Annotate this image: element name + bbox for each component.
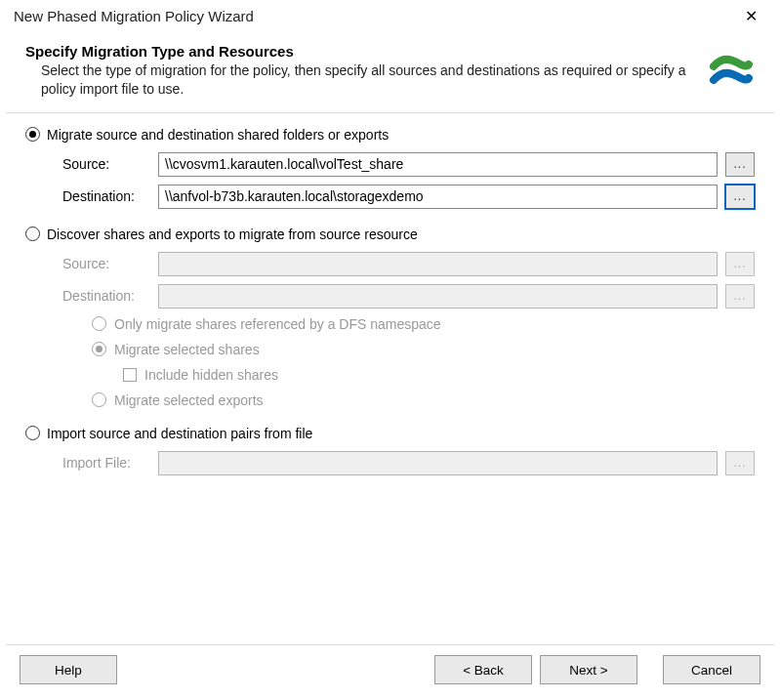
page-title: Specify Migration Type and Resources [25,43,698,60]
radio-import-pairs-label: Import source and destination pairs from… [47,426,312,441]
radio-import-pairs[interactable] [25,426,40,440]
migrate-source-label: Source: [62,156,150,172]
import-file-browse-button: ... [725,451,755,475]
radio-discover-shares-label: Discover shares and exports to migrate f… [47,226,418,242]
brand-logo [708,49,755,96]
checkbox-include-hidden-shares-label: Include hidden shares [144,367,278,383]
radio-migrate-folders[interactable] [25,127,40,142]
radio-migrate-selected-exports-label: Migrate selected exports [114,392,264,408]
migrate-destination-browse-button[interactable]: ... [725,185,755,209]
radio-discover-shares[interactable] [25,226,40,241]
migrate-destination-input[interactable] [158,185,718,209]
import-file-input [158,451,718,475]
radio-dfs-namespace [92,316,106,331]
next-button[interactable]: Next > [540,655,637,684]
page-subtitle: Select the type of migration for the pol… [25,62,698,99]
discover-destination-label: Destination: [62,288,150,304]
window-title: New Phased Migration Policy Wizard [14,8,254,24]
radio-migrate-selected-shares [92,342,106,356]
radio-migrate-folders-label: Migrate source and destination shared fo… [47,127,389,143]
import-file-label: Import File: [62,455,150,471]
radio-migrate-selected-shares-label: Migrate selected shares [114,342,260,357]
discover-source-label: Source: [62,256,150,271]
back-button[interactable]: < Back [434,655,532,684]
migrate-destination-label: Destination: [62,188,150,204]
discover-destination-input [158,284,718,309]
radio-dfs-namespace-label: Only migrate shares referenced by a DFS … [114,316,441,332]
close-button[interactable]: ✕ [731,3,770,30]
migrate-source-browse-button[interactable]: ... [725,152,755,177]
cancel-button[interactable]: Cancel [663,655,760,684]
radio-migrate-selected-exports [92,392,106,407]
migrate-source-input[interactable] [158,152,718,177]
discover-source-input [158,252,718,276]
discover-destination-browse-button: ... [725,284,755,309]
checkbox-include-hidden-shares [123,368,137,382]
discover-source-browse-button: ... [725,252,755,276]
help-button[interactable]: Help [20,655,117,684]
